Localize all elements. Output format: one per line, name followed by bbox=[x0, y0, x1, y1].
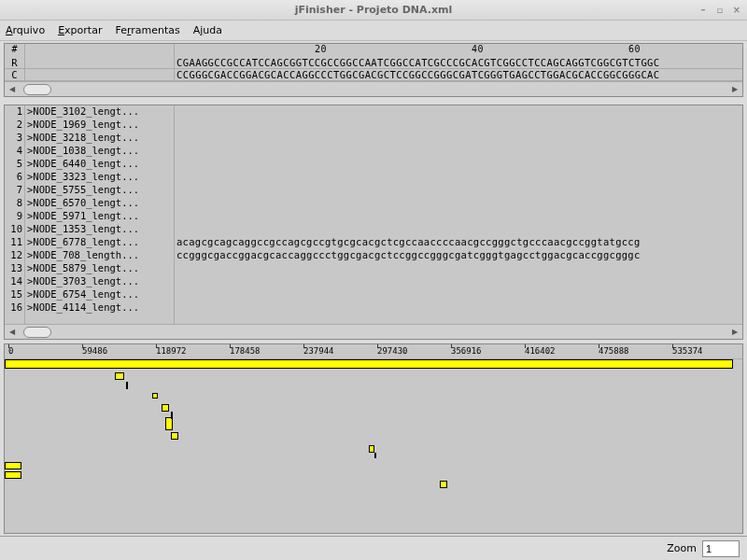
list-item[interactable]: >NODE_6440_lengt... bbox=[25, 158, 174, 171]
reference-sequence: CGAAGGCCGCCATCCAGCGGTCCGCCGGCCAATCGGCCAT… bbox=[175, 57, 742, 68]
scroll-thumb[interactable] bbox=[23, 327, 51, 338]
status-bar: Zoom bbox=[0, 536, 747, 560]
line-number: 10 bbox=[5, 223, 24, 236]
position-ruler: 20 40 60 bbox=[175, 44, 742, 57]
list-item[interactable]: >NODE_6570_lengt... bbox=[25, 197, 174, 210]
mid-hscrollbar[interactable]: ◀ ▶ bbox=[5, 324, 742, 339]
track-tick: 356916 bbox=[451, 346, 482, 356]
sequence-cell: ccgggcgaccggacgcaccaggccctggcgacgctccggc… bbox=[175, 249, 742, 262]
sequence-cell bbox=[175, 132, 742, 145]
feature-bar[interactable] bbox=[5, 462, 21, 469]
zoom-input[interactable] bbox=[702, 540, 740, 557]
window-titlebar: jFinisher - Projeto DNA.xml – ▫ × bbox=[0, 0, 747, 21]
header-hash: # bbox=[5, 44, 25, 57]
list-item[interactable]: >NODE_3218_lengt... bbox=[25, 132, 174, 145]
track-ruler: 0594861189721784582379442974303569164164… bbox=[5, 344, 742, 359]
list-item[interactable]: >NODE_708_length... bbox=[25, 249, 174, 262]
list-item[interactable]: >NODE_1969_lengt... bbox=[25, 119, 174, 132]
feature-bar[interactable] bbox=[5, 359, 733, 369]
track-tick: 118972 bbox=[156, 346, 187, 356]
menu-ajuda[interactable]: Ajuda bbox=[193, 24, 222, 36]
line-number: 13 bbox=[5, 262, 24, 275]
list-item[interactable]: >NODE_5879_lengt... bbox=[25, 262, 174, 275]
line-number: 15 bbox=[5, 288, 24, 301]
feature-bar[interactable] bbox=[162, 404, 169, 412]
list-item[interactable]: >NODE_1353_lengt... bbox=[25, 223, 174, 236]
feature-bar[interactable] bbox=[440, 481, 447, 488]
feature-bar[interactable] bbox=[369, 445, 374, 453]
menu-exportar[interactable]: Exportar bbox=[58, 24, 102, 36]
track-tick: 59486 bbox=[82, 346, 107, 356]
sequence-cell bbox=[175, 145, 742, 158]
minimize-icon[interactable]: – bbox=[697, 4, 710, 17]
line-number: 6 bbox=[5, 171, 24, 184]
feature-bar[interactable] bbox=[5, 471, 21, 479]
scroll-left-icon[interactable]: ◀ bbox=[5, 326, 20, 339]
read-sequences[interactable]: acagcgcagcaggccgccagcgccgtgcgcacgctcgcca… bbox=[175, 105, 742, 324]
sequence-cell bbox=[175, 197, 742, 210]
list-item[interactable]: >NODE_6778_lengt... bbox=[25, 236, 174, 249]
sequence-cell bbox=[175, 288, 742, 301]
node-names[interactable]: >NODE_3102_lengt...>NODE_1969_lengt...>N… bbox=[25, 105, 175, 324]
consensus-sequence: CCGGGCGACCGGACGCACCAGGCCCTGGCGACGCTCCGGC… bbox=[175, 69, 742, 80]
top-hscrollbar[interactable]: ◀ ▶ bbox=[5, 81, 742, 96]
reads-panel: 12345678910111213141516 >NODE_3102_lengt… bbox=[4, 105, 743, 340]
list-item[interactable]: >NODE_5755_lengt... bbox=[25, 184, 174, 197]
track-tick: 535374 bbox=[672, 346, 703, 356]
list-item[interactable]: >NODE_6754_lengt... bbox=[25, 288, 174, 301]
sequence-cell bbox=[175, 119, 742, 132]
line-number: 7 bbox=[5, 184, 24, 197]
sequence-cell: acagcgcagcaggccgccagcgccgtgcgcacgctcgcca… bbox=[175, 236, 742, 249]
sequence-cell bbox=[175, 301, 742, 315]
mark bbox=[126, 382, 128, 389]
sequence-cell bbox=[175, 223, 742, 236]
scroll-right-icon[interactable]: ▶ bbox=[727, 83, 742, 96]
zoom-label: Zoom bbox=[667, 542, 697, 554]
track-tick: 178458 bbox=[230, 346, 261, 356]
track-tick: 475888 bbox=[599, 346, 629, 356]
track-area[interactable] bbox=[5, 359, 742, 533]
close-icon[interactable]: × bbox=[730, 4, 743, 17]
line-numbers: 12345678910111213141516 bbox=[5, 105, 25, 324]
sequence-cell bbox=[175, 184, 742, 197]
menu-arquivo[interactable]: Arquivo bbox=[6, 24, 45, 36]
track-tick: 416402 bbox=[525, 346, 556, 356]
scroll-left-icon[interactable]: ◀ bbox=[5, 83, 20, 96]
menubar: Arquivo Exportar Ferramentas Ajuda bbox=[0, 21, 747, 41]
list-item[interactable]: >NODE_3703_lengt... bbox=[25, 275, 174, 288]
mark bbox=[171, 412, 173, 419]
line-number: 3 bbox=[5, 132, 24, 145]
feature-bar[interactable] bbox=[165, 417, 173, 430]
list-item[interactable]: >NODE_3102_lengt... bbox=[25, 105, 174, 119]
line-number: 4 bbox=[5, 145, 24, 158]
list-item[interactable]: >NODE_4114_lengt... bbox=[25, 301, 174, 315]
coverage-track[interactable]: 0594861189721784582379442974303569164164… bbox=[4, 343, 743, 534]
line-number: 9 bbox=[5, 210, 24, 223]
line-number: 8 bbox=[5, 197, 24, 210]
scroll-right-icon[interactable]: ▶ bbox=[727, 326, 742, 339]
maximize-icon[interactable]: ▫ bbox=[713, 4, 726, 17]
window-title: jFinisher - Projeto DNA.xml bbox=[295, 4, 453, 16]
scroll-thumb[interactable] bbox=[23, 84, 51, 95]
sequence-cell bbox=[175, 105, 742, 119]
track-tick: 237944 bbox=[303, 346, 334, 356]
line-number: 2 bbox=[5, 119, 24, 132]
line-number: 5 bbox=[5, 158, 24, 171]
feature-bar[interactable] bbox=[115, 372, 124, 380]
line-number: 12 bbox=[5, 249, 24, 262]
sequence-cell bbox=[175, 171, 742, 184]
track-tick: 297430 bbox=[377, 346, 408, 356]
row-r-label: R bbox=[5, 57, 25, 68]
menu-ferramentas[interactable]: Ferramentas bbox=[115, 24, 179, 36]
sequence-cell bbox=[175, 275, 742, 288]
feature-bar[interactable] bbox=[152, 393, 158, 399]
list-item[interactable]: >NODE_3323_lengt... bbox=[25, 171, 174, 184]
list-item[interactable]: >NODE_1038_lengt... bbox=[25, 145, 174, 158]
line-number: 14 bbox=[5, 275, 24, 288]
track-tick: 0 bbox=[8, 346, 13, 356]
row-c-label: C bbox=[5, 69, 25, 80]
feature-bar[interactable] bbox=[171, 432, 178, 440]
list-item[interactable]: >NODE_5971_lengt... bbox=[25, 210, 174, 223]
mark bbox=[374, 453, 376, 458]
line-number: 11 bbox=[5, 236, 24, 249]
